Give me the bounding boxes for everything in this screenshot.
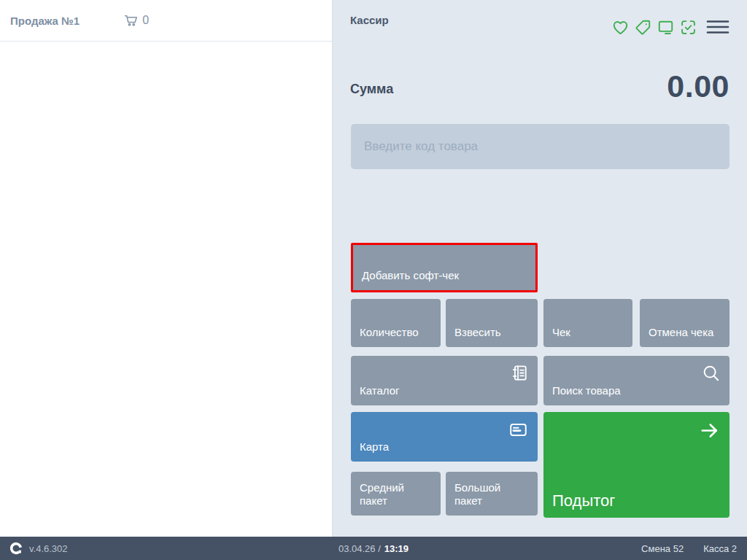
status-time: 13:19: [384, 543, 409, 554]
sale-title: Продажа №1: [10, 15, 80, 27]
card-payment-label: Карта: [360, 440, 389, 454]
statusbar-left: v.4.6.302: [0, 541, 68, 556]
cancel-receipt-button[interactable]: Отмена чека: [640, 299, 729, 347]
quantity-button[interactable]: Количество: [351, 299, 441, 347]
cancel-receipt-label: Отмена чека: [649, 326, 713, 340]
status-bar: v.4.6.302 03.04.26 / 13:19 Смена 52 Касс…: [0, 537, 747, 560]
add-soft-check-button[interactable]: Добавить софт-чек: [351, 243, 538, 292]
weigh-button[interactable]: Взвесить: [446, 299, 538, 347]
sale-items-panel: Продажа №1 0: [0, 0, 333, 537]
tag-icon[interactable]: [634, 18, 652, 36]
register-panel: Кассир: [333, 0, 747, 537]
medium-bag-button[interactable]: Средний пакет: [351, 472, 441, 516]
statusbar-datetime: 03.04.26 / 13:19: [338, 543, 409, 554]
statusbar-right: Смена 52 Касса 2: [641, 543, 747, 554]
subtotal-button[interactable]: Подытог: [543, 412, 729, 518]
receipt-button[interactable]: Чек: [543, 299, 632, 347]
cart-count: 0: [142, 14, 149, 27]
sale-header: Продажа №1 0: [0, 0, 332, 42]
weigh-label: Взвесить: [454, 326, 501, 340]
add-soft-check-label: Добавить софт-чек: [362, 269, 459, 283]
quantity-label: Количество: [360, 326, 419, 340]
large-bag-label: Большой пакет: [454, 481, 529, 509]
register-label: Касса 2: [703, 543, 737, 554]
sum-value: 0.00: [667, 69, 729, 104]
heart-icon[interactable]: [611, 18, 630, 36]
status-date: 03.04.26 /: [338, 543, 381, 554]
subtotal-label: Подытог: [552, 491, 615, 511]
search-icon: [701, 363, 721, 383]
scan-check-icon[interactable]: [679, 18, 697, 36]
monitor-icon[interactable]: [657, 18, 675, 36]
menu-icon[interactable]: [706, 18, 729, 36]
arrow-right-icon: [698, 419, 721, 442]
shift-label: Смена 52: [641, 543, 684, 554]
catalog-book-icon: [509, 363, 529, 383]
catalog-label: Каталог: [360, 384, 400, 398]
product-code-input[interactable]: [351, 124, 729, 169]
large-bag-button[interactable]: Большой пакет: [446, 472, 538, 516]
pos-app: Продажа №1 0 Кассир: [0, 0, 747, 560]
receipt-label: Чек: [552, 326, 570, 340]
cashier-label: Кассир: [350, 14, 389, 26]
credit-card-icon: [508, 419, 529, 440]
sum-label: Сумма: [350, 82, 393, 97]
brand-logo: [9, 541, 23, 556]
cart-icon: [123, 13, 139, 28]
search-product-label: Поиск товара: [552, 384, 621, 398]
catalog-button[interactable]: Каталог: [351, 356, 538, 405]
card-payment-button[interactable]: Карта: [351, 412, 538, 462]
cart-button[interactable]: 0: [123, 13, 149, 28]
app-version: v.4.6.302: [29, 543, 68, 554]
header-icon-group: [611, 18, 697, 36]
search-product-button[interactable]: Поиск товара: [543, 356, 729, 405]
medium-bag-label: Средний пакет: [360, 481, 432, 509]
